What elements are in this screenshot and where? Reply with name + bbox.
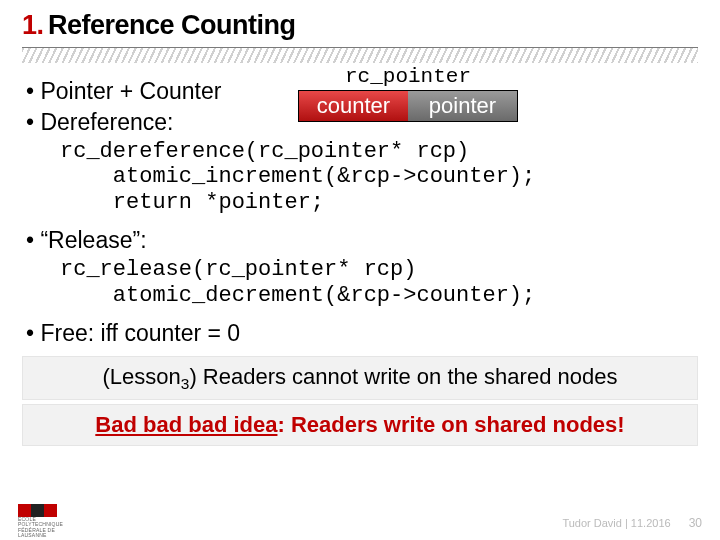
bullet-release-text: “Release”: xyxy=(40,227,146,253)
diagram-counter-cell: counter xyxy=(299,91,408,121)
bullet-free: Free: iff counter = 0 xyxy=(22,319,698,348)
bad-idea-box: Bad bad bad idea: Readers write on share… xyxy=(22,404,698,446)
title-number: 1. xyxy=(22,10,44,40)
bullet-release: “Release”: xyxy=(22,226,698,255)
body: Pointer + Counter Dereference: rc_derefe… xyxy=(22,77,698,446)
lesson-prefix: (Lesson xyxy=(103,364,181,389)
bad-text: : Readers write on shared nodes! xyxy=(277,412,624,437)
rc-pointer-diagram: rc_pointer counter pointer xyxy=(298,65,518,122)
lesson-suffix: ) xyxy=(189,364,196,389)
lesson-box: (Lesson3) Readers cannot write on the sh… xyxy=(22,356,698,401)
lesson-text: Readers cannot write on the shared nodes xyxy=(197,364,618,389)
diagram-label: rc_pointer xyxy=(298,65,518,88)
epfl-logo: ÉCOLE POLYTECHNIQUEFÉDÉRALE DE LAUSANNE xyxy=(18,504,58,530)
footer: ÉCOLE POLYTECHNIQUEFÉDÉRALE DE LAUSANNE … xyxy=(18,504,702,530)
diagram-pointer-cell: pointer xyxy=(408,91,517,121)
title-text: Reference Counting xyxy=(48,10,296,40)
hatch-separator xyxy=(22,47,698,63)
footer-meta: Tudor David | 11.2016 xyxy=(562,517,670,529)
diagram-box: counter pointer xyxy=(298,90,518,122)
slide-title: 1. Reference Counting xyxy=(22,10,698,41)
slide: 1. Reference Counting rc_pointer counter… xyxy=(0,0,720,540)
code-release: rc_release(rc_pointer* rcp) atomic_decre… xyxy=(60,257,698,309)
code-dereference: rc_dereference(rc_pointer* rcp) atomic_i… xyxy=(60,139,698,217)
bad-label: Bad bad bad idea xyxy=(95,412,277,437)
page-number: 30 xyxy=(689,516,702,530)
